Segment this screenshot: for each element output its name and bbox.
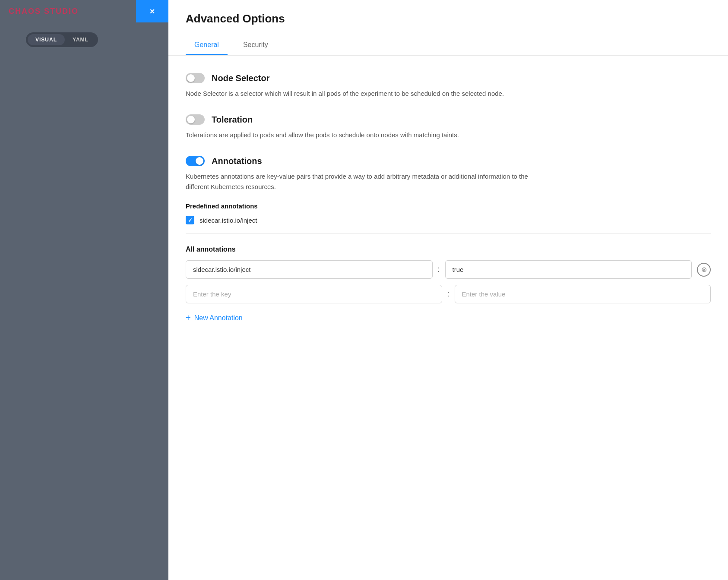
modal-header: Advanced Options General Security <box>168 0 728 56</box>
toleration-track <box>186 114 205 125</box>
annotations-section: Annotations Kubernetes annotations are k… <box>186 156 711 326</box>
tab-security[interactable]: Security <box>234 36 277 55</box>
checkmark-icon: ✓ <box>188 217 193 224</box>
toggle-yaml[interactable]: YAML <box>65 34 96 45</box>
annotation-row-existing: : ⊗ <box>186 260 711 279</box>
app-title: CHAOS STUDIO <box>9 7 79 16</box>
colon-separator: : <box>438 265 440 274</box>
toggle-visual[interactable]: VISUAL <box>28 34 65 45</box>
new-annotation-label: New Annotation <box>194 314 243 322</box>
view-toggle-group: VISUAL YAML <box>26 32 98 47</box>
colon-separator-new: : <box>447 290 449 299</box>
annotation-row-empty: : <box>186 285 711 303</box>
sidecar-inject-checkbox[interactable]: ✓ <box>186 216 194 224</box>
annotation-value-input-0[interactable] <box>445 260 692 279</box>
plus-icon: + <box>186 313 191 323</box>
node-selector-title: Node Selector <box>212 73 269 83</box>
remove-icon: ⊗ <box>701 265 707 274</box>
toleration-desc: Tolerations are applied to pods and allo… <box>186 130 540 140</box>
tab-list: General Security <box>186 36 711 55</box>
remove-annotation-button-0[interactable]: ⊗ <box>697 263 711 277</box>
annotations-header: Annotations <box>186 156 711 166</box>
annotations-track <box>186 156 205 166</box>
annotations-toggle[interactable] <box>186 156 205 166</box>
node-selector-header: Node Selector <box>186 73 711 83</box>
toleration-header: Toleration <box>186 114 711 125</box>
node-selector-thumb <box>187 74 195 82</box>
tab-general[interactable]: General <box>186 36 228 55</box>
sidecar-inject-label: sidecar.istio.io/inject <box>199 217 257 224</box>
modal-title: Advanced Options <box>186 12 711 25</box>
predefined-annotations: Predefined annotations ✓ sidecar.istio.i… <box>186 202 711 224</box>
node-selector-toggle[interactable] <box>186 73 205 83</box>
modal-panel: Advanced Options General Security Node S… <box>168 0 728 580</box>
toleration-thumb <box>187 116 195 123</box>
modal-content: Node Selector Node Selector is a selecto… <box>168 56 728 359</box>
predefined-item-row: ✓ sidecar.istio.io/inject <box>186 216 711 224</box>
annotations-thumb <box>196 157 203 165</box>
annotation-key-input-new[interactable] <box>186 285 442 303</box>
annotations-title: Annotations <box>212 156 262 166</box>
annotations-desc: Kubernetes annotations are key-value pai… <box>186 171 540 192</box>
divider <box>186 233 711 233</box>
node-selector-desc: Node Selector is a selector which will r… <box>186 88 540 99</box>
all-annotations-label: All annotations <box>186 246 711 253</box>
annotation-key-input-0[interactable] <box>186 260 433 279</box>
close-button[interactable]: × <box>136 0 168 22</box>
node-selector-section: Node Selector Node Selector is a selecto… <box>186 73 711 99</box>
predefined-label: Predefined annotations <box>186 202 711 210</box>
left-panel: CHAOS STUDIO × VISUAL YAML <box>0 0 168 580</box>
close-icon: × <box>150 6 155 16</box>
toleration-section: Toleration Tolerations are applied to po… <box>186 114 711 140</box>
new-annotation-button[interactable]: + New Annotation <box>186 309 243 326</box>
toleration-title: Toleration <box>212 115 253 125</box>
node-selector-track <box>186 73 205 83</box>
toleration-toggle[interactable] <box>186 114 205 125</box>
all-annotations: All annotations : ⊗ : <box>186 246 711 326</box>
annotation-value-input-new[interactable] <box>455 285 711 303</box>
